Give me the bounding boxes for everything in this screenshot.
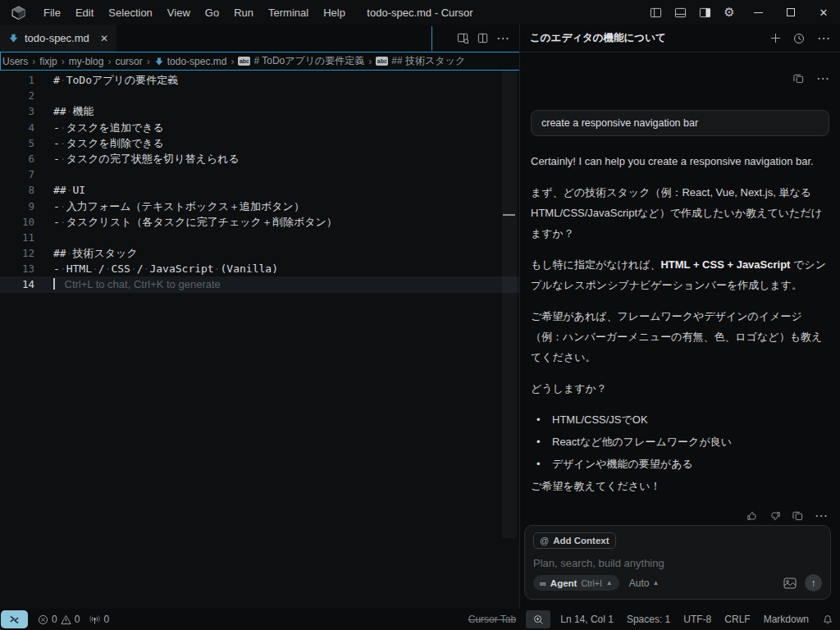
at-icon: @ bbox=[540, 536, 549, 546]
line-number[interactable]: 4 bbox=[0, 120, 34, 135]
tabbar: todo-spec.md ✕ ⋯ bbox=[0, 25, 519, 52]
response-text: もし特に指定がなければ、 bbox=[531, 258, 660, 271]
settings-gear-icon[interactable]: ⚙ bbox=[717, 0, 742, 25]
code-line-11[interactable]: 11 bbox=[0, 230, 519, 245]
chat-history-icon[interactable] bbox=[793, 33, 805, 44]
response-text: まず、どの技術スタック（例：React, Vue, Next.js, 単なるHT… bbox=[531, 186, 822, 240]
thumbs-down-icon[interactable] bbox=[769, 510, 781, 522]
open-changes-icon[interactable] bbox=[457, 32, 469, 44]
toggle-panel-left-icon[interactable] bbox=[643, 0, 668, 25]
line-number[interactable]: 11 bbox=[0, 230, 34, 245]
breadcrumb-item[interactable]: my-blog bbox=[68, 56, 105, 67]
line-number[interactable]: 10 bbox=[0, 214, 34, 230]
line-number[interactable]: 2 bbox=[0, 88, 34, 103]
ports-indicator[interactable]: 0 bbox=[89, 614, 109, 625]
problems-indicator[interactable]: 0 0 bbox=[38, 614, 80, 625]
add-context-button[interactable]: @ Add Context bbox=[533, 532, 616, 549]
breadcrumb-item[interactable]: fixjp bbox=[39, 56, 57, 67]
breadcrumb-item[interactable]: cursor bbox=[114, 56, 143, 67]
menu-selection[interactable]: Selection bbox=[101, 7, 159, 19]
line-number[interactable]: 6 bbox=[0, 151, 34, 167]
breadcrumb-label: fixjp bbox=[39, 56, 57, 67]
line-number[interactable]: 5 bbox=[0, 135, 34, 151]
thumbs-up-icon[interactable] bbox=[746, 510, 758, 522]
notifications-bell-icon[interactable] bbox=[815, 614, 840, 625]
code-text: ##·UI bbox=[53, 182, 85, 198]
breadcrumb-label: ## 技術スタック bbox=[391, 54, 465, 68]
line-number[interactable]: 3 bbox=[0, 103, 34, 119]
code-line-7[interactable]: 7 bbox=[0, 167, 519, 182]
line-col-indicator[interactable]: Ln 14, Col 1 bbox=[554, 614, 620, 625]
code-line-6[interactable]: 6-·タスクの完了状態を切り替えられる bbox=[0, 151, 519, 167]
breadcrumb-label: Users bbox=[2, 56, 28, 67]
maximize-button[interactable] bbox=[774, 0, 807, 25]
code-editor[interactable]: 1#·ToDoアプリの要件定義23##·機能4-·タスクを追加できる5-·タスク… bbox=[0, 71, 519, 609]
breadcrumb-item[interactable]: todo-spec.md bbox=[153, 56, 228, 67]
line-number[interactable]: 13 bbox=[0, 261, 34, 276]
menu-edit[interactable]: Edit bbox=[68, 7, 101, 19]
line-number[interactable]: 9 bbox=[0, 199, 34, 214]
code-line-9[interactable]: 9-·入力フォーム（テキストボックス＋追加ボタン） bbox=[0, 199, 519, 214]
message-more-icon[interactable]: ⋯ bbox=[816, 71, 829, 86]
code-line-10[interactable]: 10-·タスクリスト（各タスクに完了チェック＋削除ボタン） bbox=[0, 214, 519, 230]
zoom-search-button[interactable] bbox=[526, 610, 550, 628]
line-number[interactable]: 7 bbox=[0, 167, 34, 182]
language-mode-indicator[interactable]: Markdown bbox=[757, 614, 815, 625]
chat-input-box[interactable]: @ Add Context Plan, search, build anythi… bbox=[524, 525, 831, 600]
response-footer: ⋯ bbox=[531, 508, 829, 523]
code-line-1[interactable]: 1#·ToDoアプリの要件定義 bbox=[0, 72, 519, 88]
menu-terminal[interactable]: Terminal bbox=[261, 7, 316, 19]
code-line-5[interactable]: 5-·タスクを削除できる bbox=[0, 135, 519, 151]
tab-close-icon[interactable]: ✕ bbox=[100, 33, 108, 44]
inline-hint-text: Ctrl+L to chat, Ctrl+K to generate bbox=[65, 278, 221, 290]
line-number[interactable]: 12 bbox=[0, 245, 34, 261]
editor-scrollbar[interactable] bbox=[502, 71, 517, 538]
tab-todo-spec[interactable]: todo-spec.md ✕ bbox=[0, 25, 116, 52]
cursor-tab-toggle[interactable]: Cursor Tab bbox=[462, 614, 523, 625]
remote-indicator[interactable] bbox=[1, 610, 28, 628]
line-number[interactable]: 1 bbox=[0, 72, 34, 88]
breadcrumb-item[interactable]: Users bbox=[2, 56, 29, 67]
code-line-4[interactable]: 4-·タスクを追加できる bbox=[0, 120, 519, 135]
copy-response-icon[interactable] bbox=[792, 510, 803, 521]
code-line-3[interactable]: 3##·機能 bbox=[0, 103, 519, 119]
attach-image-icon[interactable] bbox=[783, 578, 797, 589]
menu-run[interactable]: Run bbox=[226, 7, 261, 19]
app-window: FileEditSelectionViewGoRunTerminalHelp t… bbox=[0, 0, 840, 630]
code-line-13[interactable]: 13-·HTML·/·CSS·/·JavaScript·(Vanilla) bbox=[0, 261, 519, 276]
response-text: デザインや機能の要望がある bbox=[552, 458, 693, 470]
model-selector[interactable]: Auto ▲ bbox=[629, 578, 660, 589]
code-line-12[interactable]: 12##·技術スタック bbox=[0, 245, 519, 261]
code-line-14[interactable]: 14Ctrl+L to chat, Ctrl+K to generate bbox=[0, 276, 519, 292]
encoding-indicator[interactable]: UTF-8 bbox=[677, 614, 718, 625]
line-number[interactable]: 8 bbox=[0, 182, 34, 198]
menu-file[interactable]: File bbox=[36, 7, 68, 19]
menu-go[interactable]: Go bbox=[198, 7, 226, 19]
breadcrumb-item[interactable]: abc## 技術スタック bbox=[375, 54, 466, 68]
response-paragraph: もし特に指定がなければ、HTML + CSS + JavaScript でシンプ… bbox=[531, 254, 829, 295]
chat-more-icon[interactable]: ⋯ bbox=[817, 30, 830, 46]
breadcrumb-item[interactable]: abc# ToDoアプリの要件定義 bbox=[237, 54, 365, 68]
response-more-icon[interactable]: ⋯ bbox=[815, 508, 828, 523]
minimize-button[interactable] bbox=[742, 0, 774, 25]
menu-view[interactable]: View bbox=[160, 7, 198, 19]
toggle-panel-bottom-icon[interactable] bbox=[668, 0, 692, 25]
split-editor-icon[interactable] bbox=[477, 32, 489, 44]
line-number[interactable]: 14 bbox=[0, 276, 34, 292]
response-text: Certainly! I can help you create a respo… bbox=[531, 155, 814, 167]
agent-mode-selector[interactable]: ∞ Agent Ctrl+I ▲ bbox=[533, 575, 619, 591]
eol-indicator[interactable]: CRLF bbox=[718, 614, 756, 625]
menu-help[interactable]: Help bbox=[316, 7, 353, 19]
message-toolbar: ⋯ bbox=[531, 71, 829, 85]
send-button[interactable]: ↑ bbox=[805, 574, 822, 591]
new-chat-icon[interactable] bbox=[770, 33, 781, 43]
copy-message-icon[interactable] bbox=[793, 73, 804, 84]
code-line-8[interactable]: 8##·UI bbox=[0, 182, 519, 198]
toggle-panel-right-icon[interactable] bbox=[692, 0, 717, 25]
indentation-indicator[interactable]: Spaces: 1 bbox=[620, 614, 677, 625]
markdown-file-icon bbox=[8, 33, 19, 43]
close-window-button[interactable]: ✕ bbox=[807, 0, 840, 25]
user-message-bubble[interactable]: create a responsive navigation bar bbox=[531, 110, 829, 136]
code-line-2[interactable]: 2 bbox=[0, 88, 519, 103]
editor-more-actions-icon[interactable]: ⋯ bbox=[496, 30, 509, 46]
